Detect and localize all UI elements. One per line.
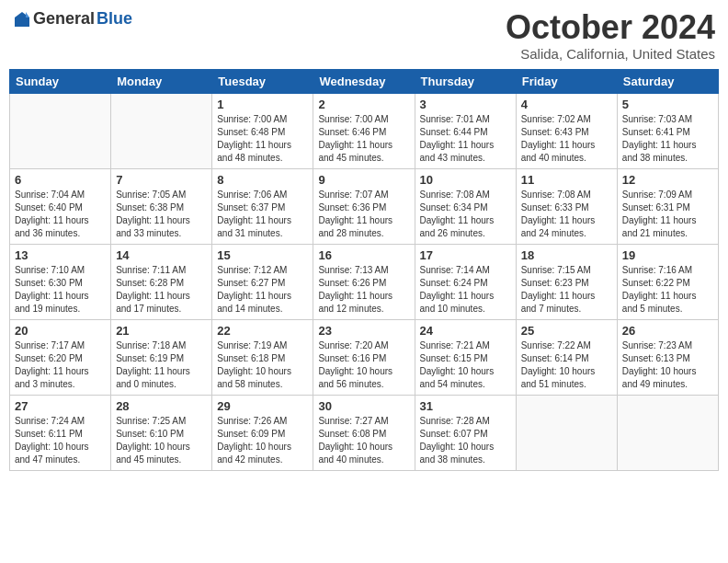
day-info: Sunrise: 7:28 AM Sunset: 6:07 PM Dayligh… xyxy=(420,415,511,466)
day-info: Sunrise: 7:02 AM Sunset: 6:43 PM Dayligh… xyxy=(521,113,612,165)
calendar-row-3: 20Sunrise: 7:17 AM Sunset: 6:20 PM Dayli… xyxy=(10,319,719,395)
calendar-row-4: 27Sunrise: 7:24 AM Sunset: 6:11 PM Dayli… xyxy=(10,395,719,470)
table-row: 28Sunrise: 7:25 AM Sunset: 6:10 PM Dayli… xyxy=(111,395,212,470)
table-row: 8Sunrise: 7:06 AM Sunset: 6:37 PM Daylig… xyxy=(212,168,313,244)
day-number: 26 xyxy=(622,324,713,338)
day-info: Sunrise: 7:15 AM Sunset: 6:23 PM Dayligh… xyxy=(521,264,612,316)
weekday-header-thursday: Thursday xyxy=(415,69,516,93)
day-number: 22 xyxy=(217,324,308,338)
calendar-table: SundayMondayTuesdayWednesdayThursdayFrid… xyxy=(9,69,719,471)
weekday-header-row: SundayMondayTuesdayWednesdayThursdayFrid… xyxy=(10,69,719,93)
weekday-header-sunday: Sunday xyxy=(10,69,111,93)
table-row: 26Sunrise: 7:23 AM Sunset: 6:13 PM Dayli… xyxy=(617,319,718,395)
day-info: Sunrise: 7:08 AM Sunset: 6:34 PM Dayligh… xyxy=(420,189,511,240)
day-info: Sunrise: 7:05 AM Sunset: 6:38 PM Dayligh… xyxy=(116,189,207,240)
day-info: Sunrise: 7:09 AM Sunset: 6:31 PM Dayligh… xyxy=(622,189,713,240)
table-row: 16Sunrise: 7:13 AM Sunset: 6:26 PM Dayli… xyxy=(313,244,415,319)
table-row: 19Sunrise: 7:16 AM Sunset: 6:22 PM Dayli… xyxy=(617,244,718,319)
day-info: Sunrise: 7:18 AM Sunset: 6:19 PM Dayligh… xyxy=(116,339,207,391)
day-number: 21 xyxy=(116,324,207,338)
table-row xyxy=(111,93,212,168)
day-info: Sunrise: 7:21 AM Sunset: 6:15 PM Dayligh… xyxy=(420,339,511,391)
table-row: 25Sunrise: 7:22 AM Sunset: 6:14 PM Dayli… xyxy=(516,319,617,395)
day-info: Sunrise: 7:00 AM Sunset: 6:46 PM Dayligh… xyxy=(318,113,409,165)
day-info: Sunrise: 7:14 AM Sunset: 6:24 PM Dayligh… xyxy=(420,264,511,316)
table-row: 6Sunrise: 7:04 AM Sunset: 6:40 PM Daylig… xyxy=(10,168,111,244)
day-info: Sunrise: 7:10 AM Sunset: 6:30 PM Dayligh… xyxy=(15,264,106,316)
table-row: 3Sunrise: 7:01 AM Sunset: 6:44 PM Daylig… xyxy=(415,93,516,168)
table-row: 23Sunrise: 7:20 AM Sunset: 6:16 PM Dayli… xyxy=(313,319,415,395)
table-row: 31Sunrise: 7:28 AM Sunset: 6:07 PM Dayli… xyxy=(415,395,516,470)
table-row: 18Sunrise: 7:15 AM Sunset: 6:23 PM Dayli… xyxy=(516,244,617,319)
day-number: 25 xyxy=(521,324,612,338)
day-info: Sunrise: 7:24 AM Sunset: 6:11 PM Dayligh… xyxy=(15,415,106,466)
table-row: 17Sunrise: 7:14 AM Sunset: 6:24 PM Dayli… xyxy=(415,244,516,319)
table-row: 27Sunrise: 7:24 AM Sunset: 6:11 PM Dayli… xyxy=(10,395,111,470)
table-row xyxy=(10,93,111,168)
day-info: Sunrise: 7:19 AM Sunset: 6:18 PM Dayligh… xyxy=(217,339,308,391)
logo: General Blue xyxy=(13,9,132,29)
day-info: Sunrise: 7:27 AM Sunset: 6:08 PM Dayligh… xyxy=(318,415,409,466)
day-number: 8 xyxy=(217,173,308,187)
day-info: Sunrise: 7:23 AM Sunset: 6:13 PM Dayligh… xyxy=(622,339,713,391)
day-info: Sunrise: 7:00 AM Sunset: 6:48 PM Dayligh… xyxy=(217,113,308,165)
day-info: Sunrise: 7:01 AM Sunset: 6:44 PM Dayligh… xyxy=(420,113,511,165)
day-number: 29 xyxy=(217,399,308,413)
calendar-row-0: 1Sunrise: 7:00 AM Sunset: 6:48 PM Daylig… xyxy=(10,93,719,168)
logo-icon xyxy=(13,10,31,29)
day-info: Sunrise: 7:13 AM Sunset: 6:26 PM Dayligh… xyxy=(318,264,409,316)
table-row xyxy=(516,395,617,470)
day-number: 19 xyxy=(622,248,713,262)
day-info: Sunrise: 7:12 AM Sunset: 6:27 PM Dayligh… xyxy=(217,264,308,316)
table-row: 10Sunrise: 7:08 AM Sunset: 6:34 PM Dayli… xyxy=(415,168,516,244)
table-row: 30Sunrise: 7:27 AM Sunset: 6:08 PM Dayli… xyxy=(313,395,415,470)
table-row: 7Sunrise: 7:05 AM Sunset: 6:38 PM Daylig… xyxy=(111,168,212,244)
day-number: 3 xyxy=(420,98,511,111)
page-header: General Blue October 2024 Salida, Califo… xyxy=(9,9,719,62)
table-row: 4Sunrise: 7:02 AM Sunset: 6:43 PM Daylig… xyxy=(516,93,617,168)
day-number: 24 xyxy=(420,324,511,338)
day-number: 4 xyxy=(521,98,612,111)
day-number: 1 xyxy=(217,98,308,111)
day-number: 10 xyxy=(420,173,511,187)
table-row: 24Sunrise: 7:21 AM Sunset: 6:15 PM Dayli… xyxy=(415,319,516,395)
day-number: 6 xyxy=(15,173,106,187)
table-row: 14Sunrise: 7:11 AM Sunset: 6:28 PM Dayli… xyxy=(111,244,212,319)
table-row: 13Sunrise: 7:10 AM Sunset: 6:30 PM Dayli… xyxy=(10,244,111,319)
day-number: 23 xyxy=(318,324,409,338)
table-row: 1Sunrise: 7:00 AM Sunset: 6:48 PM Daylig… xyxy=(212,93,313,168)
table-row xyxy=(617,395,718,470)
table-row: 15Sunrise: 7:12 AM Sunset: 6:27 PM Dayli… xyxy=(212,244,313,319)
day-number: 14 xyxy=(116,248,207,262)
logo-blue-text: Blue xyxy=(97,9,132,29)
weekday-header-monday: Monday xyxy=(111,69,212,93)
table-row: 29Sunrise: 7:26 AM Sunset: 6:09 PM Dayli… xyxy=(212,395,313,470)
day-info: Sunrise: 7:22 AM Sunset: 6:14 PM Dayligh… xyxy=(521,339,612,391)
table-row: 11Sunrise: 7:08 AM Sunset: 6:33 PM Dayli… xyxy=(516,168,617,244)
day-number: 12 xyxy=(622,173,713,187)
title-section: October 2024 Salida, California, United … xyxy=(506,9,715,62)
calendar-row-2: 13Sunrise: 7:10 AM Sunset: 6:30 PM Dayli… xyxy=(10,244,719,319)
day-number: 18 xyxy=(521,248,612,262)
day-info: Sunrise: 7:07 AM Sunset: 6:36 PM Dayligh… xyxy=(318,189,409,240)
weekday-header-saturday: Saturday xyxy=(617,69,718,93)
logo-general-text: General xyxy=(33,9,95,29)
table-row: 2Sunrise: 7:00 AM Sunset: 6:46 PM Daylig… xyxy=(313,93,415,168)
table-row: 22Sunrise: 7:19 AM Sunset: 6:18 PM Dayli… xyxy=(212,319,313,395)
day-info: Sunrise: 7:16 AM Sunset: 6:22 PM Dayligh… xyxy=(622,264,713,316)
day-info: Sunrise: 7:11 AM Sunset: 6:28 PM Dayligh… xyxy=(116,264,207,316)
table-row: 9Sunrise: 7:07 AM Sunset: 6:36 PM Daylig… xyxy=(313,168,415,244)
location-text: Salida, California, United States xyxy=(506,46,715,62)
weekday-header-tuesday: Tuesday xyxy=(212,69,313,93)
day-number: 2 xyxy=(318,98,409,111)
day-number: 5 xyxy=(622,98,713,111)
day-number: 9 xyxy=(318,173,409,187)
day-number: 15 xyxy=(217,248,308,262)
day-info: Sunrise: 7:17 AM Sunset: 6:20 PM Dayligh… xyxy=(15,339,106,391)
day-number: 16 xyxy=(318,248,409,262)
weekday-header-friday: Friday xyxy=(516,69,617,93)
weekday-header-wednesday: Wednesday xyxy=(313,69,415,93)
day-number: 30 xyxy=(318,399,409,413)
day-info: Sunrise: 7:06 AM Sunset: 6:37 PM Dayligh… xyxy=(217,189,308,240)
day-number: 31 xyxy=(420,399,511,413)
